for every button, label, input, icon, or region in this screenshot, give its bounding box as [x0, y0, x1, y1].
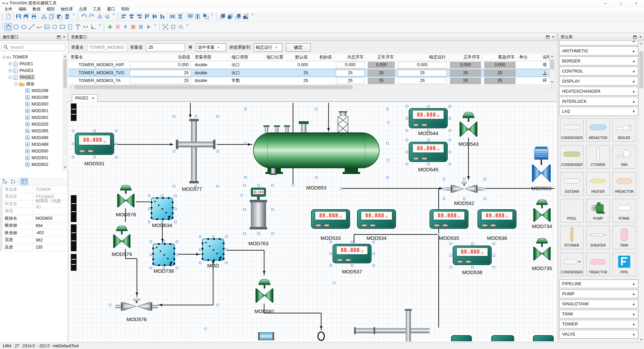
- search-input[interactable]: Search: [1, 43, 66, 51]
- close-x-icon[interactable]: [114, 23, 121, 31]
- property-row[interactable]: 宽度362: [0, 237, 68, 244]
- pause-icon[interactable]: [137, 23, 145, 31]
- play-icon[interactable]: [145, 23, 152, 31]
- selection-handle[interactable]: [493, 266, 495, 268]
- table-cell[interactable]: 25: [128, 77, 193, 84]
- selection-handle[interactable]: [373, 253, 375, 255]
- toolbar-overflow-icon[interactable]: »: [186, 23, 188, 27]
- scroll-thumb[interactable]: [74, 85, 353, 89]
- selection-handle[interactable]: [176, 254, 178, 256]
- align-top-icon[interactable]: [143, 12, 151, 20]
- selection-handle[interactable]: [244, 108, 247, 110]
- hand-icon[interactable]: [4, 23, 12, 31]
- selection-handle[interactable]: [386, 108, 389, 110]
- selection-handle[interactable]: [406, 129, 408, 132]
- selection-handle[interactable]: [115, 143, 117, 145]
- tree-item[interactable]: AMOD499: [21, 141, 48, 148]
- library-item-sheater[interactable]: SHEATER: [586, 226, 610, 249]
- selection-handle[interactable]: [449, 163, 451, 165]
- same-size-icon[interactable]: [202, 12, 209, 20]
- coord-icon[interactable]: [89, 23, 97, 31]
- library-item-fan[interactable]: FAN: [612, 145, 636, 169]
- indicator-display[interactable]: 88.888℃: [430, 209, 468, 229]
- selection-handle[interactable]: [449, 117, 451, 120]
- partial-display[interactable]: [533, 335, 554, 341]
- connection-port[interactable]: [340, 187, 342, 190]
- connection-port[interactable]: [109, 304, 111, 306]
- points-icon[interactable]: [82, 23, 89, 31]
- distribute-v-icon[interactable]: [176, 12, 184, 20]
- selection-handle[interactable]: [173, 150, 175, 152]
- selection-handle[interactable]: [449, 129, 451, 132]
- cut-icon[interactable]: [40, 12, 48, 20]
- library-group-interlock[interactable]: INTERLOCK▲: [559, 97, 638, 106]
- blob-icon[interactable]: [51, 23, 58, 31]
- scroll-up-icon[interactable]: [63, 54, 67, 58]
- table-cell[interactable]: 0.000: [128, 61, 193, 69]
- selection-handle[interactable]: [174, 221, 177, 223]
- selection-handle[interactable]: [443, 188, 445, 190]
- close-tab-icon[interactable]: ✕: [91, 96, 94, 100]
- stop-icon[interactable]: [129, 23, 137, 31]
- toolbar-grip[interactable]: [77, 13, 79, 20]
- connection-port[interactable]: [333, 281, 336, 284]
- bring-forward-icon[interactable]: [234, 12, 242, 20]
- library-group-pump[interactable]: PUMP▲: [559, 290, 638, 298]
- hand-valve[interactable]: [115, 298, 158, 315]
- indicator-display[interactable]: 88.888℃: [409, 142, 448, 162]
- selection-handle[interactable]: [225, 262, 228, 264]
- indicator-display[interactable]: 88.888℃: [333, 244, 371, 263]
- selection-handle[interactable]: [450, 243, 452, 245]
- confirm-button[interactable]: 确定: [286, 43, 311, 52]
- flip-v-icon[interactable]: [103, 12, 111, 20]
- float-panel-icon[interactable]: [633, 36, 637, 39]
- horizontal-vessel[interactable]: [247, 111, 385, 175]
- tree-item[interactable]: AMOD355: [21, 128, 48, 134]
- selection-handle[interactable]: [406, 151, 408, 153]
- selection-handle[interactable]: [449, 151, 451, 153]
- library-item-condenser[interactable]: CONDENSER: [560, 145, 584, 169]
- selection-handle[interactable]: [330, 253, 332, 255]
- selection-handle[interactable]: [174, 208, 177, 210]
- selection-handle[interactable]: [199, 249, 201, 251]
- paste-icon[interactable]: [55, 12, 63, 20]
- table-cell[interactable]: 0.000: [396, 61, 448, 69]
- pipe-segment[interactable]: [406, 309, 411, 342]
- tree-item[interactable]: AMOD299: [21, 94, 48, 101]
- selection-handle[interactable]: [386, 142, 389, 144]
- column-header[interactable]: 说明: [541, 54, 549, 61]
- property-row[interactable]: 算法库TOWER: [0, 186, 68, 193]
- selection-handle[interactable]: [484, 188, 486, 190]
- close-panel-icon[interactable]: ×: [639, 35, 642, 39]
- table-row[interactable]: TOWER_MOD603_HXP0.000double出口0.0000.0000…: [68, 61, 549, 69]
- selection-handle[interactable]: [406, 117, 408, 120]
- tree-item[interactable]: AMOD500: [21, 148, 48, 155]
- library-group-lhz[interactable]: LHZ▼: [559, 107, 638, 116]
- selection-handle[interactable]: [427, 163, 430, 165]
- table-cell[interactable]: 0.000: [366, 61, 396, 69]
- column-header[interactable]: 正常开车: [366, 54, 396, 61]
- algorithm-block[interactable]: [202, 238, 224, 261]
- scroll-thumb[interactable]: [550, 59, 554, 70]
- menu-item[interactable]: 数据: [30, 6, 44, 12]
- ellipse-icon[interactable]: [20, 23, 28, 31]
- scroll-up-icon[interactable]: [639, 41, 644, 46]
- selection-handle[interactable]: [427, 139, 430, 141]
- column-header[interactable]: 稳态运行: [396, 54, 448, 61]
- selection-handle[interactable]: [406, 105, 408, 107]
- selection-handle[interactable]: [150, 241, 152, 243]
- variable-name-field[interactable]: [87, 43, 127, 51]
- column-header[interactable]: 初始值: [310, 54, 334, 61]
- image-icon[interactable]: [43, 23, 51, 31]
- toolbar-grip[interactable]: [216, 13, 217, 20]
- partial-display[interactable]: [491, 335, 514, 341]
- selection-handle[interactable]: [257, 232, 260, 235]
- partial-equipment[interactable]: [71, 103, 77, 121]
- menu-item[interactable]: 工具: [90, 6, 104, 12]
- copy-icon[interactable]: [48, 12, 55, 20]
- column-header[interactable]: 正常停车: [448, 54, 483, 61]
- same-width-icon[interactable]: [186, 12, 194, 20]
- undo-icon[interactable]: [80, 12, 88, 20]
- selection-handle[interactable]: [471, 266, 474, 268]
- align-left-icon[interactable]: [120, 12, 128, 20]
